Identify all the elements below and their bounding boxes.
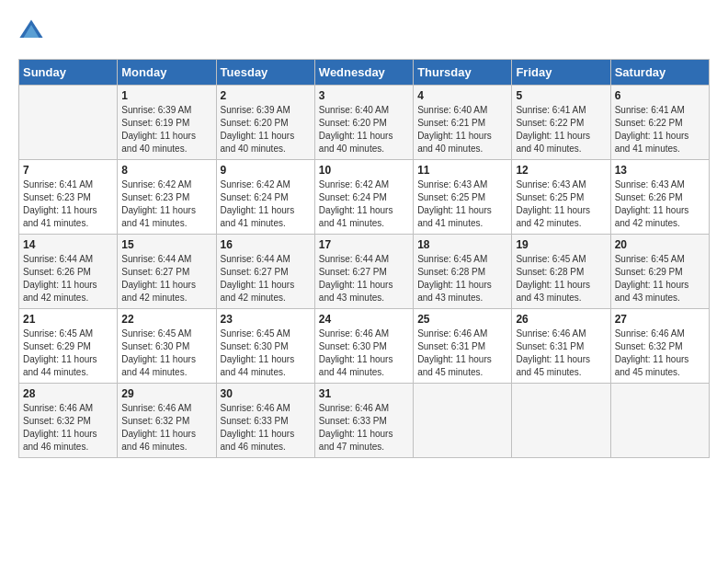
day-number: 29: [121, 387, 211, 400]
day-number: 24: [319, 313, 409, 326]
calendar-cell: 19Sunrise: 6:45 AMSunset: 6:28 PMDayligh…: [512, 235, 610, 309]
week-row-4: 21Sunrise: 6:45 AMSunset: 6:29 PMDayligh…: [19, 309, 710, 384]
calendar-cell: [19, 86, 118, 160]
calendar-cell: 28Sunrise: 6:46 AMSunset: 6:32 PMDayligh…: [19, 384, 118, 458]
column-header-wednesday: Wednesday: [314, 60, 413, 86]
calendar-cell: 29Sunrise: 6:46 AMSunset: 6:32 PMDayligh…: [118, 384, 216, 458]
calendar-cell: [414, 384, 512, 458]
calendar-cell: 26Sunrise: 6:46 AMSunset: 6:31 PMDayligh…: [512, 309, 610, 384]
calendar-cell: 7Sunrise: 6:41 AMSunset: 6:23 PMDaylight…: [19, 160, 118, 235]
day-info: Sunrise: 6:46 AMSunset: 6:33 PMDaylight:…: [221, 402, 311, 454]
calendar-cell: 3Sunrise: 6:40 AMSunset: 6:20 PMDaylight…: [314, 86, 413, 160]
day-number: 10: [319, 164, 409, 177]
day-number: 6: [615, 89, 705, 102]
day-number: 17: [319, 238, 409, 251]
day-number: 27: [615, 313, 705, 326]
day-info: Sunrise: 6:43 AMSunset: 6:25 PMDaylight:…: [417, 178, 507, 230]
calendar-cell: 10Sunrise: 6:42 AMSunset: 6:24 PMDayligh…: [314, 160, 413, 235]
day-info: Sunrise: 6:45 AMSunset: 6:30 PMDaylight:…: [121, 327, 211, 379]
day-number: 4: [417, 89, 507, 102]
calendar-cell: 12Sunrise: 6:43 AMSunset: 6:25 PMDayligh…: [512, 160, 610, 235]
calendar-table: SundayMondayTuesdayWednesdayThursdayFrid…: [18, 59, 710, 458]
column-header-sunday: Sunday: [19, 60, 118, 86]
calendar-cell: 24Sunrise: 6:46 AMSunset: 6:30 PMDayligh…: [314, 309, 413, 384]
week-row-2: 7Sunrise: 6:41 AMSunset: 6:23 PMDaylight…: [19, 160, 710, 235]
day-info: Sunrise: 6:41 AMSunset: 6:22 PMDaylight:…: [516, 104, 606, 155]
day-info: Sunrise: 6:42 AMSunset: 6:24 PMDaylight:…: [221, 178, 311, 230]
day-info: Sunrise: 6:46 AMSunset: 6:32 PMDaylight:…: [121, 402, 211, 454]
calendar-cell: 18Sunrise: 6:45 AMSunset: 6:28 PMDayligh…: [414, 235, 512, 309]
day-info: Sunrise: 6:45 AMSunset: 6:29 PMDaylight:…: [615, 253, 705, 304]
day-info: Sunrise: 6:44 AMSunset: 6:27 PMDaylight:…: [319, 253, 409, 304]
day-info: Sunrise: 6:42 AMSunset: 6:24 PMDaylight:…: [319, 178, 409, 230]
day-number: 26: [516, 313, 606, 326]
day-number: 20: [615, 238, 705, 251]
day-info: Sunrise: 6:41 AMSunset: 6:22 PMDaylight:…: [615, 104, 705, 155]
calendar-cell: 2Sunrise: 6:39 AMSunset: 6:20 PMDaylight…: [216, 86, 314, 160]
calendar-cell: 23Sunrise: 6:45 AMSunset: 6:30 PMDayligh…: [216, 309, 314, 384]
day-info: Sunrise: 6:45 AMSunset: 6:29 PMDaylight:…: [23, 327, 113, 379]
day-number: 3: [319, 89, 409, 102]
calendar-cell: 15Sunrise: 6:44 AMSunset: 6:27 PMDayligh…: [118, 235, 216, 309]
day-info: Sunrise: 6:45 AMSunset: 6:28 PMDaylight:…: [516, 253, 606, 304]
calendar-cell: 4Sunrise: 6:40 AMSunset: 6:21 PMDaylight…: [414, 86, 512, 160]
day-info: Sunrise: 6:39 AMSunset: 6:19 PMDaylight:…: [121, 104, 211, 155]
day-number: 11: [417, 164, 507, 177]
day-info: Sunrise: 6:43 AMSunset: 6:26 PMDaylight:…: [615, 178, 705, 230]
day-number: 25: [417, 313, 507, 326]
day-number: 31: [319, 387, 409, 400]
day-info: Sunrise: 6:44 AMSunset: 6:27 PMDaylight:…: [121, 253, 211, 304]
day-number: 21: [23, 313, 113, 326]
logo: [18, 18, 48, 44]
day-number: 7: [23, 164, 113, 177]
week-row-1: 1Sunrise: 6:39 AMSunset: 6:19 PMDaylight…: [19, 86, 710, 160]
day-number: 8: [121, 164, 211, 177]
calendar-cell: 20Sunrise: 6:45 AMSunset: 6:29 PMDayligh…: [610, 235, 709, 309]
day-info: Sunrise: 6:39 AMSunset: 6:20 PMDaylight:…: [221, 104, 311, 155]
day-number: 2: [221, 89, 311, 102]
day-info: Sunrise: 6:44 AMSunset: 6:26 PMDaylight:…: [23, 253, 113, 304]
day-number: 13: [615, 164, 705, 177]
logo-icon: [18, 18, 44, 44]
column-header-saturday: Saturday: [610, 60, 709, 86]
day-info: Sunrise: 6:46 AMSunset: 6:33 PMDaylight:…: [319, 402, 409, 454]
day-headers: SundayMondayTuesdayWednesdayThursdayFrid…: [19, 60, 710, 86]
day-number: 28: [23, 387, 113, 400]
column-header-friday: Friday: [512, 60, 610, 86]
day-number: 22: [121, 313, 211, 326]
calendar-cell: 6Sunrise: 6:41 AMSunset: 6:22 PMDaylight…: [610, 86, 709, 160]
day-number: 16: [221, 238, 311, 251]
calendar-cell: 11Sunrise: 6:43 AMSunset: 6:25 PMDayligh…: [414, 160, 512, 235]
day-number: 18: [417, 238, 507, 251]
day-number: 15: [121, 238, 211, 251]
day-number: 23: [221, 313, 311, 326]
day-info: Sunrise: 6:41 AMSunset: 6:23 PMDaylight:…: [23, 178, 113, 230]
calendar-cell: [512, 384, 610, 458]
day-info: Sunrise: 6:46 AMSunset: 6:31 PMDaylight:…: [516, 327, 606, 379]
calendar-cell: 14Sunrise: 6:44 AMSunset: 6:26 PMDayligh…: [19, 235, 118, 309]
calendar-cell: 22Sunrise: 6:45 AMSunset: 6:30 PMDayligh…: [118, 309, 216, 384]
day-info: Sunrise: 6:40 AMSunset: 6:20 PMDaylight:…: [319, 104, 409, 155]
calendar-cell: 27Sunrise: 6:46 AMSunset: 6:32 PMDayligh…: [610, 309, 709, 384]
day-number: 14: [23, 238, 113, 251]
calendar-cell: 1Sunrise: 6:39 AMSunset: 6:19 PMDaylight…: [118, 86, 216, 160]
calendar-cell: 16Sunrise: 6:44 AMSunset: 6:27 PMDayligh…: [216, 235, 314, 309]
week-row-3: 14Sunrise: 6:44 AMSunset: 6:26 PMDayligh…: [19, 235, 710, 309]
column-header-tuesday: Tuesday: [216, 60, 314, 86]
day-info: Sunrise: 6:45 AMSunset: 6:30 PMDaylight:…: [221, 327, 311, 379]
calendar-cell: 13Sunrise: 6:43 AMSunset: 6:26 PMDayligh…: [610, 160, 709, 235]
week-row-5: 28Sunrise: 6:46 AMSunset: 6:32 PMDayligh…: [19, 384, 710, 458]
calendar-cell: 9Sunrise: 6:42 AMSunset: 6:24 PMDaylight…: [216, 160, 314, 235]
calendar-cell: 30Sunrise: 6:46 AMSunset: 6:33 PMDayligh…: [216, 384, 314, 458]
day-number: 30: [221, 387, 311, 400]
day-number: 5: [516, 89, 606, 102]
calendar-cell: 17Sunrise: 6:44 AMSunset: 6:27 PMDayligh…: [314, 235, 413, 309]
calendar-cell: 31Sunrise: 6:46 AMSunset: 6:33 PMDayligh…: [314, 384, 413, 458]
day-number: 9: [221, 164, 311, 177]
day-info: Sunrise: 6:43 AMSunset: 6:25 PMDaylight:…: [516, 178, 606, 230]
calendar-cell: [610, 384, 709, 458]
day-info: Sunrise: 6:40 AMSunset: 6:21 PMDaylight:…: [417, 104, 507, 155]
day-info: Sunrise: 6:46 AMSunset: 6:32 PMDaylight:…: [23, 402, 113, 454]
day-info: Sunrise: 6:46 AMSunset: 6:32 PMDaylight:…: [615, 327, 705, 379]
page-header: [18, 18, 710, 44]
